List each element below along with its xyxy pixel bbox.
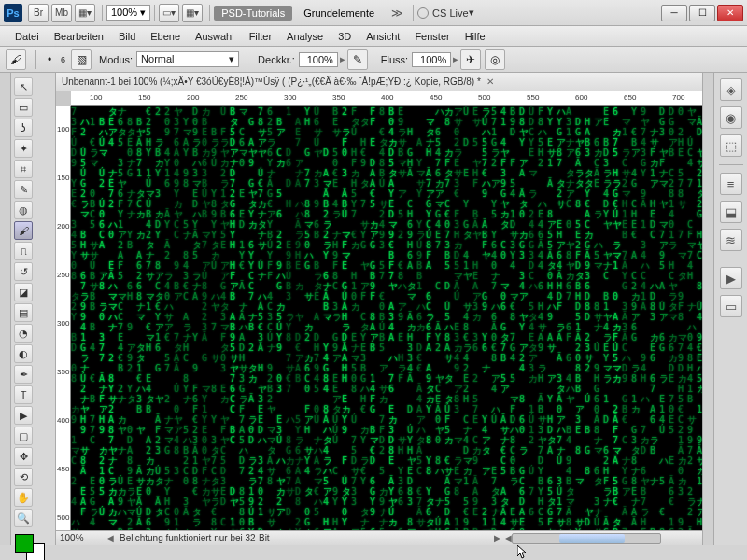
tool-crop[interactable]: ⌗ [14,160,33,178]
mouse-cursor [517,545,529,560]
tablet-pressure-icon[interactable]: ◎ [485,49,505,70]
color-swatches[interactable] [13,534,53,560]
flow-field[interactable]: 100% [412,52,451,67]
app-icon: Ps [4,4,22,22]
tool-move[interactable]: ↖ [14,77,33,96]
tool-stamp[interactable]: ⎍ [14,242,33,260]
menubar: Datei Bearbeiten Bild Ebene Auswahl Filt… [0,26,747,47]
panel-history-icon[interactable]: ▭ [720,295,742,317]
panel-paths-icon[interactable]: ⬚ [720,134,742,157]
tool-notes[interactable]: ✥ [14,447,33,466]
tool-magic-wand[interactable]: ✦ [14,139,33,158]
screen-mode-button[interactable]: ▭▾ [159,4,179,22]
zoom-select[interactable]: 100% ▾ [106,5,150,21]
panel-channels-icon[interactable]: ◉ [720,106,742,129]
dock-left-collapse[interactable] [0,73,11,545]
canvas[interactable]: 7 3 F Ú D 9 Y E € 3 4 5 Y 0 8 タ 2 Y B D … [71,106,702,530]
tool-type[interactable]: T [14,385,33,404]
document-area: Unbenannt-1 bei 100% (¼;xÃ•Y €3óÚ€yÈ8¦!Å… [56,73,702,545]
menu-auswahl[interactable]: Auswahl [188,31,242,42]
ruler-horizontal[interactable]: 100150200250300350400450500550600650700 [71,91,702,106]
tool-blur[interactable]: ◔ [14,324,33,343]
menu-bild[interactable]: Bild [111,31,143,42]
maximize-button[interactable]: ☐ [689,5,715,21]
workspace-psd-tutorials[interactable]: PSD-Tutorials [214,6,292,21]
main: ↖ ▭ ʖ ✦ ⌗ ✎ ◍ 🖌 ⎍ ↺ ◪ ▤ ◔ ◐ ✒ T ▶ ▢ ✥ ⟲ … [0,73,747,545]
menu-datei[interactable]: Datei [7,31,47,42]
mode-label: Modus: [99,54,133,65]
toolbox: ↖ ▭ ʖ ✦ ⌗ ✎ ◍ 🖌 ⎍ ↺ ◪ ▤ ◔ ◐ ✒ T ▶ ▢ ✥ ⟲ … [11,73,56,545]
tool-path-select[interactable]: ▶ [14,406,33,425]
status-message: Belichtung funktioniert nur bei 32-Bit [114,533,494,543]
foreground-swatch[interactable] [15,534,34,553]
menu-fenster[interactable]: Fenster [407,31,457,42]
tool-marquee[interactable]: ▭ [14,98,33,117]
status-zoom[interactable]: 100% [60,533,106,543]
cslive-icon [417,7,429,19]
right-dock: ◈ ◉ ⬚ ≡ ⬓ ≋ ▶ ▭ [713,73,747,545]
panel-color-icon[interactable]: ≋ [720,229,742,251]
minimize-button[interactable]: ─ [661,5,687,21]
menu-filter[interactable]: Filter [242,31,279,42]
opacity-pressure-icon[interactable]: ✎ [347,49,368,70]
minibridge-button[interactable]: Mb [51,4,72,22]
arrange-button[interactable]: ▦▾ [75,4,95,22]
options-bar: 🖌 • 6 ▧ Modus: Normal▾ Deckkr.: 100% ▸ ✎… [0,47,747,73]
document-tab[interactable]: Unbenannt-1 bei 100% (¼;xÃ•Y €3óÚ€yÈ8¦!Å… [56,73,702,91]
tool-hand[interactable]: ✋ [14,488,33,507]
brush-preview-icon[interactable]: • [42,52,57,67]
opacity-label: Deckkr.: [258,54,295,65]
cslive-button[interactable]: CS Live ▾ [417,7,474,19]
workspace-grundelemente[interactable]: Grundelemente [296,6,382,21]
extras-button[interactable]: ▦▾ [182,4,203,22]
tool-3d-rotate[interactable]: ⟲ [14,468,33,486]
scrollbar-thumb[interactable] [559,534,625,543]
panel-actions-icon[interactable]: ▶ [720,267,742,289]
tool-eraser[interactable]: ◪ [14,283,33,301]
horizontal-scrollbar[interactable] [512,533,661,544]
tool-gradient[interactable]: ▤ [14,303,33,322]
flow-label: Fluss: [381,54,408,65]
ruler-vertical[interactable]: 100150200250300350400450500 [56,106,71,530]
menu-3d[interactable]: 3D [331,31,359,42]
titlebar: Ps Br Mb ▦▾ 100% ▾ ▭▾ ▦▾ PSD-Tutorials G… [0,0,747,26]
panel-styles-icon[interactable]: ⬓ [720,201,742,223]
tool-preset-icon[interactable]: 🖌 [6,49,26,70]
tool-history-brush[interactable]: ↺ [14,262,33,281]
menu-hilfe[interactable]: Hilfe [458,31,493,42]
tool-brush[interactable]: 🖌 [14,221,33,240]
menu-ebene[interactable]: Ebene [143,31,188,42]
airbrush-icon[interactable]: ✈ [460,49,481,70]
panel-adjustments-icon[interactable]: ≡ [720,173,742,195]
tool-pen[interactable]: ✒ [14,365,33,384]
brush-size: 6 [61,55,65,64]
panel-layers-icon[interactable]: ◈ [720,78,742,101]
tool-rectangle[interactable]: ▢ [14,427,33,445]
tool-zoom[interactable]: 🔍 [14,509,33,527]
mode-select[interactable]: Normal▾ [136,51,239,67]
menu-ansicht[interactable]: Ansicht [359,31,407,42]
document-title: Unbenannt-1 bei 100% (¼;xÃ•Y €3óÚ€yÈ8¦!Å… [62,77,481,87]
brush-panel-icon[interactable]: ▧ [71,49,92,70]
tool-lasso[interactable]: ʖ [14,119,33,137]
bridge-button[interactable]: Br [28,4,49,22]
statusbar: 100% ◀ Belichtung funktioniert nur bei 3… [56,530,702,545]
menu-analyse[interactable]: Analyse [279,31,331,42]
opacity-field[interactable]: 100% [299,52,338,67]
tool-eyedropper[interactable]: ✎ [14,180,33,199]
workspace-more[interactable]: ≫ [386,7,409,20]
menu-bearbeiten[interactable]: Bearbeiten [47,31,111,42]
dock-right-collapse[interactable] [702,73,713,545]
tab-close-icon[interactable]: ✕ [486,77,494,87]
tool-healing[interactable]: ◍ [14,201,33,219]
close-button[interactable]: ✕ [717,5,743,21]
tool-dodge[interactable]: ◐ [14,344,33,363]
